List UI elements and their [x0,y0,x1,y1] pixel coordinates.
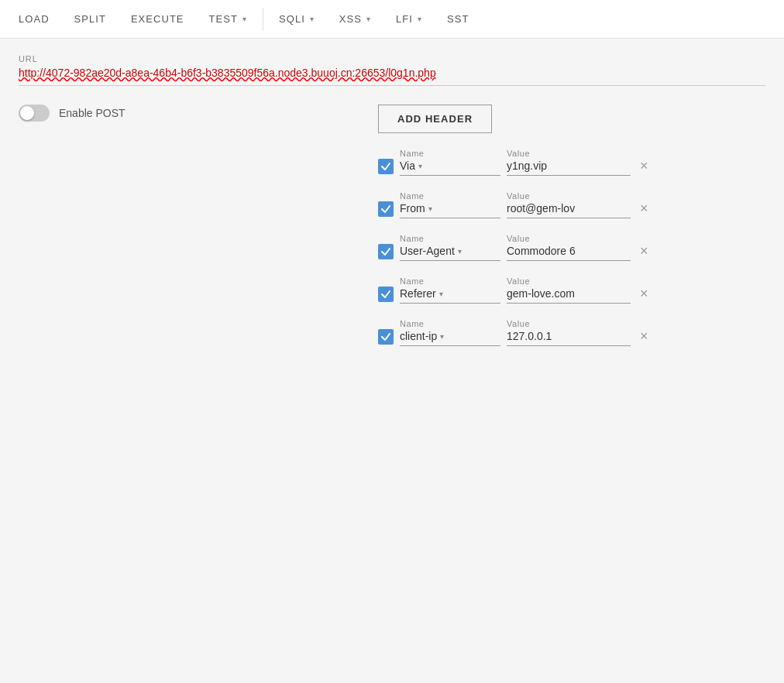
url-value: http://4072-982ae20d-a8ea-46b4-b6f3-b383… [19,67,765,86]
header-name-2[interactable]: User-Agent [400,245,455,257]
header-checkbox-4[interactable] [378,329,394,345]
header-name-4[interactable]: client-ip [400,330,437,342]
header-name-field-1: Name From ▾ [400,191,500,218]
table-row: Name client-ip ▾ Value 127.0.0.1 × [378,319,765,346]
toggle-knob [20,106,34,120]
nav-sqli[interactable]: SQLI ▾ [266,0,327,38]
name-label: Name [400,234,500,243]
name-label: Name [400,191,500,201]
header-checkbox-3[interactable] [378,287,394,302]
add-header-button[interactable]: ADD HEADER [378,105,492,133]
nav-sqli-caret: ▾ [310,15,315,23]
name-dropdown-arrow-0[interactable]: ▾ [418,162,422,170]
remove-header-button-3[interactable]: × [637,286,652,302]
value-label: Value [507,149,631,158]
nav-divider-1 [263,8,263,31]
remove-header-button-2[interactable]: × [637,243,652,259]
header-value-1[interactable]: root@gem-lov [507,202,575,215]
enable-post-label: Enable POST [59,107,126,119]
nav-test[interactable]: TEST ▾ [197,0,260,38]
nav-test-caret: ▾ [242,15,247,23]
top-navigation: LOAD SPLIT EXECUTE TEST ▾ SQLI ▾ XSS ▾ L… [0,0,784,39]
name-dropdown-arrow-2[interactable]: ▾ [458,247,462,256]
header-name-field-0: Name Via ▾ [400,149,500,176]
headers-panel: ADD HEADER Name Via ▾ Value y1ng.vip × [378,105,765,362]
header-checkbox-0[interactable] [378,159,394,174]
header-value-field-0: Value y1ng.vip [507,149,631,176]
header-value-2[interactable]: Commodore 6 [507,245,576,257]
header-value-field-4: Value 127.0.0.1 [507,319,631,346]
value-label: Value [507,319,631,328]
nav-lfi-caret: ▾ [418,15,422,23]
nav-xss[interactable]: XSS ▾ [327,0,383,38]
header-value-field-3: Value gem-love.com [507,276,631,304]
header-name-1[interactable]: From [400,202,425,215]
name-label: Name [400,319,500,328]
value-label: Value [507,191,631,201]
name-label: Name [400,149,500,158]
table-row: Name User-Agent ▾ Value Commodore 6 × [378,234,765,261]
content-area: URL http://4072-982ae20d-a8ea-46b4-b6f3-… [0,39,784,377]
table-row: Name Via ▾ Value y1ng.vip × [378,149,765,176]
header-checkbox-1[interactable] [378,201,394,217]
remove-header-button-0[interactable]: × [637,158,652,174]
nav-xss-caret: ▾ [366,15,371,23]
header-value-3[interactable]: gem-love.com [507,287,575,300]
table-row: Name From ▾ Value root@gem-lov × [378,191,765,218]
nav-execute[interactable]: EXECUTE [119,0,197,38]
nav-split[interactable]: SPLIT [62,0,119,38]
value-label: Value [507,276,631,286]
header-value-0[interactable]: y1ng.vip [507,160,547,172]
header-name-field-4: Name client-ip ▾ [400,319,500,346]
name-label: Name [400,276,500,286]
header-rows: Name Via ▾ Value y1ng.vip × Name From ▾ [378,149,765,346]
nav-sst[interactable]: SST [435,0,481,38]
header-value-4[interactable]: 127.0.0.1 [507,330,552,342]
header-value-field-2: Value Commodore 6 [507,234,631,261]
enable-post-row: Enable POST [19,105,378,122]
header-name-field-2: Name User-Agent ▾ [400,234,500,261]
nav-lfi[interactable]: LFI ▾ [383,0,435,38]
header-name-field-3: Name Referer ▾ [400,276,500,304]
remove-header-button-1[interactable]: × [637,201,652,217]
value-label: Value [507,234,631,243]
header-checkbox-2[interactable] [378,244,394,259]
enable-post-toggle[interactable] [19,105,50,122]
table-row: Name Referer ▾ Value gem-love.com × [378,276,765,304]
header-name-0[interactable]: Via [400,160,415,172]
header-name-3[interactable]: Referer [400,287,436,300]
name-dropdown-arrow-3[interactable]: ▾ [439,290,443,298]
remove-header-button-4[interactable]: × [637,328,652,345]
name-dropdown-arrow-1[interactable]: ▾ [428,204,432,213]
header-value-field-1: Value root@gem-lov [507,191,631,218]
name-dropdown-arrow-4[interactable]: ▾ [440,332,444,341]
url-label: URL [19,54,765,63]
nav-load[interactable]: LOAD [6,0,62,38]
